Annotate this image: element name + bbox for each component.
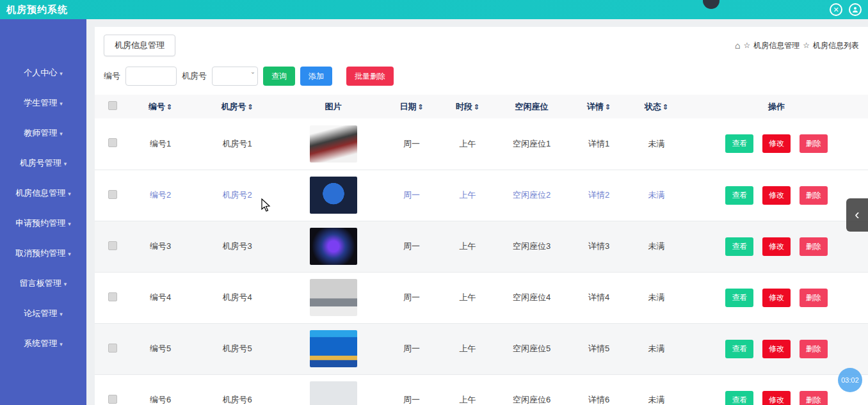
row-checkbox[interactable] bbox=[108, 241, 117, 250]
edit-button[interactable]: 修改 bbox=[762, 289, 791, 307]
add-button[interactable]: 添加 bbox=[300, 67, 332, 86]
cell-period: 上午 bbox=[440, 118, 495, 170]
sidebar-item-system-mgmt[interactable]: 系统管理▾ bbox=[0, 328, 86, 358]
cell-room: 机房号6 bbox=[191, 374, 284, 405]
edit-button[interactable]: 修改 bbox=[762, 134, 791, 153]
select-all-checkbox[interactable] bbox=[108, 101, 117, 110]
page-tab-room-info[interactable]: 机房信息管理 bbox=[104, 35, 175, 56]
cell-detail: 详情6 bbox=[568, 374, 629, 405]
sidebar: 个人中心▾ 学生管理▾ 教师管理▾ 机房号管理▾ 机房信息管理▾ 申请预约管理▾… bbox=[0, 19, 86, 405]
room-filter-select-wrap bbox=[212, 67, 258, 86]
caret-down-icon: ▾ bbox=[60, 341, 63, 347]
collapse-panel-toggle[interactable]: ‹ bbox=[846, 198, 868, 232]
caret-down-icon: ▾ bbox=[68, 191, 71, 197]
user-icon-glyph bbox=[851, 6, 859, 13]
sidebar-item-label: 取消预约管理 bbox=[15, 248, 65, 259]
sort-icon[interactable]: ⇕ bbox=[605, 103, 611, 111]
room-photo bbox=[310, 228, 357, 265]
sidebar-item-personal-center[interactable]: 个人中心▾ bbox=[0, 58, 86, 88]
sort-icon[interactable]: ⇕ bbox=[474, 103, 479, 111]
sort-icon[interactable]: ⇕ bbox=[247, 103, 253, 111]
cell-period: 上午 bbox=[440, 323, 495, 374]
topbar-actions: ✕ bbox=[830, 3, 862, 16]
room-photo bbox=[310, 381, 357, 405]
sidebar-item-message-board-mgmt[interactable]: 留言板管理▾ bbox=[0, 268, 86, 298]
star-icon: ☆ bbox=[743, 41, 750, 50]
cell-id: 编号5 bbox=[130, 323, 191, 374]
breadcrumb-link[interactable]: 机房信息管理 bbox=[753, 40, 800, 51]
row-checkbox[interactable] bbox=[108, 344, 117, 353]
cell-id: 编号4 bbox=[130, 272, 191, 323]
cell-date: 周一 bbox=[383, 118, 440, 170]
delete-button[interactable]: 删除 bbox=[800, 134, 828, 153]
cell-seats: 空闲座位4 bbox=[495, 272, 568, 323]
view-button[interactable]: 查看 bbox=[725, 134, 753, 153]
topbar: 机房预约系统 ✕ bbox=[0, 0, 868, 19]
col-header-date: 日期 bbox=[399, 102, 416, 111]
sort-icon[interactable]: ⇕ bbox=[663, 103, 668, 111]
sidebar-item-forum-mgmt[interactable]: 论坛管理▾ bbox=[0, 298, 86, 328]
sidebar-item-teacher-mgmt[interactable]: 教师管理▾ bbox=[0, 118, 86, 148]
sidebar-item-student-mgmt[interactable]: 学生管理▾ bbox=[0, 88, 86, 118]
row-checkbox[interactable] bbox=[108, 395, 117, 404]
delete-button[interactable]: 删除 bbox=[800, 391, 828, 405]
view-button[interactable]: 查看 bbox=[725, 186, 753, 205]
sidebar-item-label: 教师管理 bbox=[24, 127, 57, 139]
home-icon[interactable]: ⌂ bbox=[735, 40, 740, 51]
sidebar-item-label: 机房号管理 bbox=[20, 157, 61, 169]
room-photo bbox=[310, 279, 357, 316]
caret-down-icon: ▾ bbox=[60, 70, 63, 77]
breadcrumb-link[interactable]: 机房信息列表 bbox=[813, 40, 859, 51]
app-title: 机房预约系统 bbox=[6, 4, 68, 16]
view-button[interactable]: 查看 bbox=[725, 237, 753, 256]
row-checkbox[interactable] bbox=[108, 190, 117, 199]
delete-button[interactable]: 删除 bbox=[800, 289, 828, 307]
sidebar-item-room-info-mgmt[interactable]: 机房信息管理▾ bbox=[0, 178, 86, 208]
sidebar-item-cancel-reservation-mgmt[interactable]: 取消预约管理▾ bbox=[0, 238, 86, 268]
room-photo bbox=[310, 125, 357, 163]
cell-seats: 空闲座位6 bbox=[495, 374, 568, 405]
sidebar-item-apply-reservation-mgmt[interactable]: 申请预约管理▾ bbox=[0, 208, 86, 238]
cell-seats: 空闲座位5 bbox=[495, 323, 568, 374]
sidebar-item-label: 个人中心 bbox=[24, 67, 57, 79]
row-checkbox[interactable] bbox=[108, 292, 117, 301]
cell-room: 机房号4 bbox=[191, 272, 284, 323]
cell-period: 上午 bbox=[440, 374, 495, 405]
sort-icon[interactable]: ⇕ bbox=[166, 103, 172, 111]
table-row: 编号4 机房号4 周一 上午 空闲座位4 详情4 未满 查看 修改 删除 bbox=[95, 272, 868, 323]
sort-icon[interactable]: ⇕ bbox=[417, 103, 423, 111]
view-button[interactable]: 查看 bbox=[725, 289, 753, 307]
table-row: 编号1 机房号1 周一 上午 空闲座位1 详情1 未满 查看 修改 删除 bbox=[95, 118, 868, 170]
view-button[interactable]: 查看 bbox=[725, 391, 753, 405]
row-checkbox[interactable] bbox=[108, 138, 117, 147]
col-header-id: 编号 bbox=[149, 102, 165, 111]
search-button[interactable]: 查询 bbox=[263, 67, 295, 86]
edit-button[interactable]: 修改 bbox=[762, 186, 791, 205]
delete-button[interactable]: 删除 bbox=[800, 340, 828, 358]
caret-down-icon: ▾ bbox=[60, 100, 63, 107]
cell-status: 未满 bbox=[629, 374, 684, 405]
cell-seats: 空闲座位2 bbox=[495, 170, 568, 221]
cell-status: 未满 bbox=[629, 170, 684, 221]
sidebar-item-label: 机房信息管理 bbox=[15, 187, 65, 199]
room-filter-select[interactable] bbox=[212, 67, 258, 86]
edit-button[interactable]: 修改 bbox=[762, 237, 791, 256]
id-filter-input[interactable] bbox=[125, 67, 177, 86]
delete-button[interactable]: 删除 bbox=[800, 186, 828, 205]
col-header-status: 状态 bbox=[645, 102, 661, 111]
cell-detail: 详情4 bbox=[568, 272, 629, 323]
edit-button[interactable]: 修改 bbox=[762, 391, 791, 405]
view-button[interactable]: 查看 bbox=[725, 340, 753, 358]
user-icon[interactable] bbox=[849, 3, 862, 16]
table-header-row: 编号⇕ 机房号⇕ 图片 日期⇕ 时段⇕ 空闲座位 详情⇕ 状态⇕ 操作 bbox=[95, 95, 868, 118]
sidebar-item-label: 系统管理 bbox=[24, 338, 57, 349]
table-row: 编号2 机房号2 周一 上午 空闲座位2 详情2 未满 查看 修改 删除 bbox=[95, 170, 868, 221]
close-icon[interactable]: ✕ bbox=[830, 3, 842, 16]
col-header-detail: 详情 bbox=[587, 102, 604, 111]
cell-id: 编号6 bbox=[130, 374, 191, 405]
sidebar-item-room-number-mgmt[interactable]: 机房号管理▾ bbox=[0, 148, 86, 178]
edit-button[interactable]: 修改 bbox=[762, 340, 791, 358]
col-header-ops: 操作 bbox=[768, 102, 785, 111]
delete-button[interactable]: 删除 bbox=[800, 237, 828, 256]
batch-delete-button[interactable]: 批量删除 bbox=[346, 67, 394, 86]
